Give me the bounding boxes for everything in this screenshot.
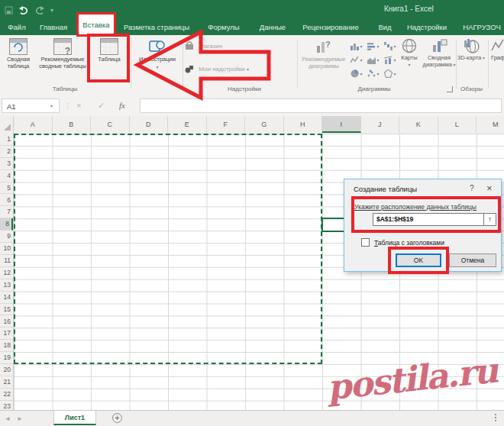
column-header-f[interactable]: F (207, 116, 246, 133)
maps-button[interactable]: Карты ▾ (396, 38, 423, 67)
row-header-19[interactable]: 19 (0, 352, 13, 364)
dialog-launcher-icon[interactable] (447, 86, 453, 92)
formula-input[interactable] (140, 98, 502, 113)
row-header-15[interactable]: 15 (0, 304, 13, 316)
column-header-k[interactable]: K (399, 116, 438, 133)
insert-pie-chart-button[interactable]: ▾ (348, 67, 365, 80)
insert-bar-chart-button[interactable]: ▾ (365, 40, 382, 53)
store-icon (185, 41, 194, 53)
chevron-down-icon: ▾ (452, 63, 456, 67)
insert-function-icon[interactable]: fx (119, 98, 125, 113)
row-header-4[interactable]: 4 (0, 170, 13, 182)
row-header-17[interactable]: 17 (0, 328, 13, 340)
row-header-16[interactable]: 16 (0, 316, 13, 328)
headers-checkbox[interactable] (361, 238, 370, 247)
tab-addins[interactable]: Надстройки (407, 19, 447, 35)
annotation-box-ok (388, 247, 449, 274)
row-header-2[interactable]: 2 (0, 146, 13, 158)
sheet-tab-list1[interactable]: Лист1 (53, 411, 96, 425)
tab-file[interactable]: Файл (8, 19, 25, 35)
help-icon[interactable]: ? (470, 184, 474, 192)
insert-line-chart-button[interactable]: ▾ (348, 53, 365, 66)
tab-view[interactable]: Вид (378, 19, 391, 35)
annotation-box-table-button (87, 34, 130, 82)
column-header-j[interactable]: J (361, 116, 400, 133)
group-label-tables: Таблицы (0, 86, 130, 92)
column-header-l[interactable]: L (438, 116, 477, 133)
tab-layout[interactable]: Разметка страницы (124, 19, 189, 35)
chevron-down-icon: ▾ (360, 72, 362, 76)
insert-column-chart-button[interactable]: ▾ (348, 40, 365, 53)
chevron-down-icon: ▾ (360, 44, 362, 49)
select-all-icon (4, 124, 11, 131)
row-header-21[interactable]: 21 (0, 376, 13, 389)
chevron-down-icon: ▾ (393, 72, 396, 76)
illustrations-button[interactable]: Иллюстрации ▾ (134, 38, 181, 69)
redo-icon[interactable] (34, 6, 45, 15)
tab-load-test[interactable]: НАГРУЗОЧ (463, 19, 500, 35)
headers-checkbox-label: Таблица с заголовками (374, 239, 444, 247)
column-header-m[interactable]: M (477, 116, 504, 133)
group-label-addins: Надстройки (191, 86, 298, 92)
row-header-1[interactable]: 1 (0, 134, 13, 146)
insert-area-chart-button[interactable]: ▾ (365, 53, 382, 66)
sparkline-chart-button[interactable]: График (491, 38, 504, 62)
row-header-10[interactable]: 10 (0, 243, 13, 255)
svg-text:?: ? (325, 40, 331, 49)
row-header-7[interactable]: 7 (0, 206, 13, 218)
row-header-11[interactable]: 11 (0, 255, 13, 267)
insert-scatter-chart-button[interactable]: ▾ (365, 67, 382, 80)
close-icon[interactable]: × (486, 182, 493, 194)
column-header-g[interactable]: G (245, 116, 284, 133)
row-header-18[interactable]: 18 (0, 340, 13, 352)
save-icon[interactable] (5, 6, 13, 15)
column-header-h[interactable]: H (284, 116, 323, 133)
column-header-c[interactable]: C (91, 116, 130, 133)
prev-sheet-icon[interactable]: ◄ (5, 415, 11, 422)
row-header-8[interactable]: 8 (0, 218, 13, 231)
store-button[interactable]: Магазин (185, 41, 299, 53)
row-header-6[interactable]: 6 (0, 195, 13, 207)
new-sheet-button[interactable]: + (112, 413, 122, 423)
undo-icon[interactable] (18, 6, 29, 15)
pivot-table-button[interactable]: Сводная таблица (2, 38, 35, 69)
row-header-13[interactable]: 13 (0, 279, 13, 292)
column-header-i[interactable]: I (322, 116, 361, 133)
tab-data[interactable]: Данные (260, 19, 286, 35)
tab-home[interactable]: Главная (40, 19, 67, 35)
column-header-d[interactable]: D (130, 116, 169, 133)
column-header-b[interactable]: B (53, 116, 92, 133)
tab-review[interactable]: Рецензирование (302, 19, 358, 35)
row-header-12[interactable]: 12 (0, 267, 13, 279)
annotation-box-range (351, 196, 501, 233)
ribbon: Сводная таблица ? Рекомендуемые сводные … (0, 35, 504, 97)
scrollbar-splitter-icon[interactable] (495, 414, 496, 421)
recommended-charts-button[interactable]: ? Рекомендуемые диаграммы (299, 38, 349, 69)
insert-radar-chart-button[interactable]: ▾ (382, 67, 399, 80)
my-addins-button[interactable]: Мои надстройки ▾ (185, 64, 299, 76)
row-header-3[interactable]: 3 (0, 158, 13, 170)
enter-entry-icon[interactable]: ✓ (98, 98, 105, 113)
row-header-20[interactable]: 20 (0, 364, 13, 376)
row-header-22[interactable]: 22 (0, 389, 13, 401)
globe-icon (396, 38, 423, 53)
map-3d-button[interactable]: 3D-карта ▾ (457, 38, 485, 62)
tab-formulas[interactable]: Формулы (208, 19, 239, 35)
splitter-dots-icon[interactable]: ⋮ (64, 98, 71, 113)
select-all-button[interactable] (0, 116, 14, 134)
column-header-a[interactable]: A (14, 116, 53, 133)
name-box-dropdown-icon[interactable]: ▾ (50, 103, 53, 108)
cancel-entry-icon[interactable]: × (76, 98, 81, 113)
next-sheet-icon[interactable]: ► (17, 415, 23, 422)
row-header-14[interactable]: 14 (0, 292, 13, 304)
row-headers: 1234567891011121314151617181920212223 (0, 134, 14, 410)
row-header-9[interactable]: 9 (0, 231, 13, 243)
cancel-button[interactable]: Отмена (449, 253, 496, 267)
column-header-e[interactable]: E (168, 116, 207, 133)
recommended-pivots-button[interactable]: ? Рекомендуемые сводные таблицы (35, 38, 90, 69)
pivot-table-icon (2, 38, 35, 55)
row-header-5[interactable]: 5 (0, 182, 13, 195)
customize-qat-icon[interactable]: ▾ (50, 7, 53, 14)
chevron-down-icon: ▾ (247, 67, 249, 72)
pivot-chart-button[interactable]: Сводная диаграмма ▾ (422, 38, 457, 68)
